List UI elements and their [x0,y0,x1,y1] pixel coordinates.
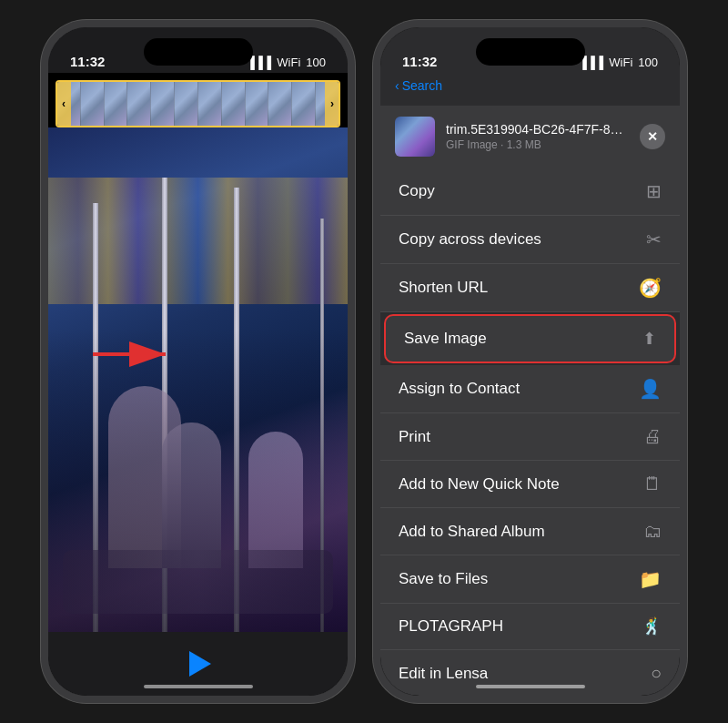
film-strip[interactable]: ‹ › [56,80,340,127]
film-handle-left[interactable]: ‹ [56,82,71,126]
home-indicator-left [144,685,253,688]
wifi-icon-right: WiFi [609,56,632,69]
person-silhouette [248,432,303,568]
video-preview [48,127,348,632]
dynamic-island-left [144,38,253,66]
film-strip-container: ‹ › [48,73,348,127]
menu-item-quick-note[interactable]: Add to New Quick Note 🗒 [380,461,680,508]
menu-item-save-image[interactable]: Save Image ⬆ [384,314,676,363]
note-icon: 🗒 [643,474,662,494]
menu-item-lensa[interactable]: Edit in Lensa ○ [380,650,680,696]
left-time: 11:32 [70,54,105,69]
menu-item-label: Edit in Lensa [399,665,488,683]
left-phone: 11:32 ▐▐▐ WiFi 100 Cancel Edit Video Sav… [41,20,355,703]
menu-item-label: Shorten URL [399,279,488,297]
menu-item-save-files[interactable]: Save to Files 📁 [380,555,680,604]
menu-item-copy-across[interactable]: Copy across devices ✂ [380,216,680,264]
dynamic-island-right [476,38,585,66]
close-button[interactable]: ✕ [640,124,665,149]
scissors-icon: ✂ [646,229,662,250]
menu-item-label: Copy [399,182,435,200]
battery-icon-right: 100 [638,56,658,69]
search-area: ‹ Search [380,73,680,106]
home-indicator-right [476,685,585,688]
play-icon [189,651,211,677]
plotagraph-icon: 🕺 [642,616,662,636]
left-status-icons: ▐▐▐ WiFi 100 [247,56,326,69]
print-icon: 🖨 [643,426,662,447]
menu-item-label: Assign to Contact [399,380,520,398]
carousel-floor [63,550,332,614]
right-time: 11:32 [402,54,437,69]
file-thumbnail [395,117,435,157]
file-type-size: GIF Image · 1.3 MB [446,138,629,151]
play-button[interactable] [182,647,215,680]
wifi-icon: WiFi [277,56,300,69]
file-info: trim.5E319904-BC26-4F7F-88B... GIF Image… [446,122,629,151]
file-name: trim.5E319904-BC26-4F7F-88B... [446,122,629,137]
left-screen: 11:32 ▐▐▐ WiFi 100 Cancel Edit Video Sav… [48,27,348,696]
menu-item-label: Copy across devices [399,230,541,249]
menu-item-label: Add to Shared Album [399,523,545,541]
person-silhouette [162,423,221,568]
file-header: trim.5E319904-BC26-4F7F-88B... GIF Image… [380,106,680,168]
album-icon: 🗂 [643,521,662,542]
right-status-icons: ▐▐▐ WiFi 100 [579,56,658,69]
menu-item-assign-contact[interactable]: Assign to Contact 👤 [380,365,680,413]
save-image-icon: ⬆ [642,329,656,349]
copy-icon: ⊞ [646,180,662,202]
back-to-search[interactable]: ‹ Search [395,78,442,93]
menu-item-label: PLOTAGRAPH [399,617,503,636]
chevron-left-icon: ‹ [395,78,399,93]
menu-item-copy[interactable]: Copy ⊞ [380,168,680,216]
red-arrow-icon [93,336,184,372]
menu-item-label: Add to New Quick Note [399,475,560,494]
battery-icon: 100 [306,56,326,69]
share-menu-list: Copy ⊞ Copy across devices ✂ Shorten URL… [380,168,680,696]
lensa-icon: ○ [651,663,662,684]
menu-item-label: Save Image [404,330,487,348]
compass-icon: 🧭 [639,277,662,299]
menu-item-shorten-url[interactable]: Shorten URL 🧭 [380,264,680,312]
contact-icon: 👤 [639,378,662,400]
menu-item-print[interactable]: Print 🖨 [380,413,680,461]
search-label[interactable]: Search [402,78,442,93]
right-phone: 11:32 ▐▐▐ WiFi 100 ‹ Search trim.5E31990… [373,20,687,703]
right-screen: 11:32 ▐▐▐ WiFi 100 ‹ Search trim.5E31990… [380,27,680,696]
menu-item-shared-album[interactable]: Add to Shared Album 🗂 [380,508,680,555]
menu-item-plotagraph[interactable]: PLOTAGRAPH 🕺 [380,604,680,650]
menu-item-label: Save to Files [399,570,488,588]
menu-item-label: Print [399,428,430,446]
film-overlay [57,82,339,127]
film-handle-right[interactable]: › [325,82,339,126]
folder-icon: 📁 [639,568,662,590]
